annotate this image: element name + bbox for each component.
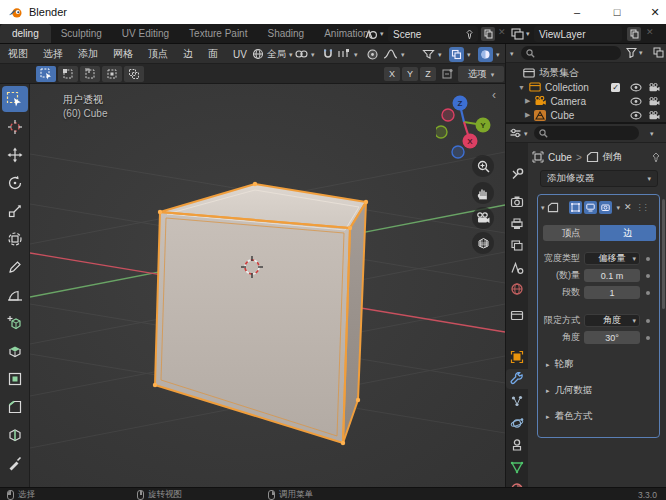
section-profile[interactable]: ▸ 轮廓 — [546, 357, 656, 371]
tab-modifiers[interactable] — [506, 369, 528, 389]
new-viewlayer-button[interactable] — [627, 27, 641, 41]
viewlayer-datablock-icon[interactable]: ▾ — [510, 27, 530, 40]
close-button[interactable]: ✕ — [638, 0, 666, 24]
outliner-filter-dropdown[interactable]: ▾ — [626, 47, 643, 58]
scene-name-field[interactable]: Scene — [388, 26, 478, 42]
mirror-y-toggle[interactable]: Y — [402, 67, 418, 81]
viewport-canvas[interactable]: 用户透视 (60) Cube ‹ Z Y X — [30, 84, 505, 487]
animate-dot-icon[interactable] — [646, 291, 650, 295]
tab-uv-editing[interactable]: UV Editing — [112, 24, 179, 43]
select-mode-extend-button[interactable] — [58, 66, 78, 82]
gizmo-minus-y[interactable] — [436, 126, 447, 138]
eye-icon[interactable] — [630, 83, 642, 92]
mirror-x-toggle[interactable]: X — [384, 67, 400, 81]
visibility-filter-dropdown[interactable]: ▾ — [422, 46, 442, 62]
disclosure-collapsed-icon[interactable]: ▶ — [525, 111, 530, 119]
transform-orientation-dropdown[interactable]: 全局 ▾ — [252, 46, 293, 62]
tab-sculpting[interactable]: Sculpting — [51, 24, 112, 43]
breadcrumb-object-name[interactable]: Cube — [548, 152, 572, 163]
properties-search-input[interactable] — [534, 126, 639, 140]
breadcrumb-modifier-name[interactable]: 倒角 — [603, 150, 623, 164]
tool-inset-faces[interactable] — [2, 366, 28, 392]
scene-datablock-icon[interactable]: ▾ — [364, 27, 384, 40]
tool-knife[interactable] — [2, 450, 28, 476]
tool-scale[interactable] — [2, 198, 28, 224]
outliner-search-input[interactable] — [521, 46, 621, 60]
editor-type-chevron-icon[interactable]: ▾ — [510, 50, 514, 57]
new-scene-button[interactable] — [481, 27, 495, 41]
tab-constraints[interactable] — [506, 435, 528, 455]
snap-options-icon[interactable] — [441, 68, 454, 80]
expand-chevron-icon[interactable]: ▾ — [541, 204, 545, 211]
angle-field[interactable]: 30° — [584, 331, 640, 344]
menu-view[interactable]: 视图 — [8, 47, 28, 61]
tab-render[interactable] — [506, 191, 528, 211]
pan-hand-button[interactable] — [472, 182, 494, 204]
select-mode-new-button[interactable] — [36, 66, 56, 82]
animate-dot-icon[interactable] — [646, 274, 650, 278]
tool-options-dropdown[interactable]: 选项 ▾ — [458, 66, 504, 82]
tool-loop-cut[interactable] — [2, 422, 28, 448]
tool-select-box[interactable] — [2, 86, 28, 112]
section-shading[interactable]: ▸ 着色方式 — [546, 409, 656, 423]
animate-dot-icon[interactable] — [646, 257, 650, 261]
amount-field[interactable]: 0.1 m — [584, 269, 640, 282]
pin-icon[interactable] — [465, 29, 474, 40]
snap-toggle[interactable] — [322, 46, 334, 62]
tab-object-data[interactable] — [506, 457, 528, 477]
gizmo-minus-x[interactable] — [442, 109, 454, 121]
limit-method-dropdown[interactable]: 角度 ▾ — [584, 314, 640, 327]
mirror-z-toggle[interactable]: Z — [420, 67, 436, 81]
disclosure-expanded-icon[interactable]: ▼ — [518, 84, 525, 91]
width-type-dropdown[interactable]: 偏移量 ▾ — [584, 252, 640, 265]
xray-toggle[interactable]: ▾ — [449, 46, 471, 62]
tool-transform[interactable] — [2, 226, 28, 252]
zoom-button[interactable] — [472, 155, 494, 177]
outliner-row-camera[interactable]: ▶ Camera — [506, 94, 666, 108]
menu-vertex[interactable]: 顶点 — [148, 47, 168, 61]
pivot-point-dropdown[interactable]: ▾ — [295, 46, 315, 62]
eye-icon[interactable] — [630, 97, 642, 106]
menu-mesh[interactable]: 网格 — [113, 47, 133, 61]
properties-scrollbar[interactable] — [662, 199, 665, 309]
snap-target-dropdown[interactable]: ▾ — [337, 46, 358, 62]
tab-shading[interactable]: Shading — [257, 24, 314, 43]
tab-collection[interactable] — [506, 305, 528, 325]
outliner-row-scene-collection[interactable]: 场景集合 — [506, 66, 666, 80]
render-visibility-camera-icon[interactable] — [648, 83, 660, 92]
affect-vertices-tab[interactable]: 顶点 — [543, 225, 600, 241]
tool-cursor[interactable] — [2, 114, 28, 140]
orthographic-toggle-button[interactable] — [472, 232, 494, 254]
menu-face[interactable]: 面 — [208, 47, 218, 61]
tab-texture-paint[interactable]: Texture Paint — [179, 24, 257, 43]
tool-annotate[interactable] — [2, 254, 28, 280]
tool-measure[interactable] — [2, 282, 28, 308]
render-display-toggle[interactable] — [599, 201, 612, 214]
viewlayer-name-field[interactable]: ViewLayer — [534, 26, 622, 42]
properties-editor-type-icon[interactable]: ▾ — [509, 127, 528, 139]
tab-world[interactable] — [506, 279, 528, 299]
section-geometry[interactable]: ▸ 几何数据 — [546, 383, 656, 397]
outliner-row-collection[interactable]: ▼ Collection ✓ — [506, 80, 666, 94]
render-visibility-camera-icon[interactable] — [648, 97, 660, 106]
collection-checkbox-icon[interactable]: ✓ — [611, 83, 620, 92]
camera-view-button[interactable] — [472, 207, 494, 229]
tab-output[interactable] — [506, 213, 528, 233]
render-visibility-camera-icon[interactable] — [648, 111, 660, 120]
pin-icon[interactable] — [651, 152, 661, 163]
edit-mode-display-toggle[interactable] — [569, 201, 582, 214]
menu-add[interactable]: 添加 — [78, 47, 98, 61]
proportional-falloff-dropdown[interactable]: ▾ — [383, 46, 405, 62]
segments-field[interactable]: 1 — [584, 286, 640, 299]
tab-view-layer[interactable] — [506, 235, 528, 255]
tab-scene[interactable] — [506, 257, 528, 277]
tool-rotate[interactable] — [2, 170, 28, 196]
outliner-display-mode-icon[interactable] — [653, 47, 664, 58]
tab-physics[interactable] — [506, 413, 528, 433]
select-mode-intersect-button[interactable] — [124, 66, 144, 82]
select-mode-invert-button[interactable] — [102, 66, 122, 82]
navigation-gizmo[interactable]: Z Y X — [436, 92, 500, 160]
outliner-row-cube[interactable]: ▶ Cube — [506, 108, 666, 122]
tool-add-cube[interactable] — [2, 310, 28, 336]
gizmo-minus-z[interactable] — [452, 146, 464, 158]
